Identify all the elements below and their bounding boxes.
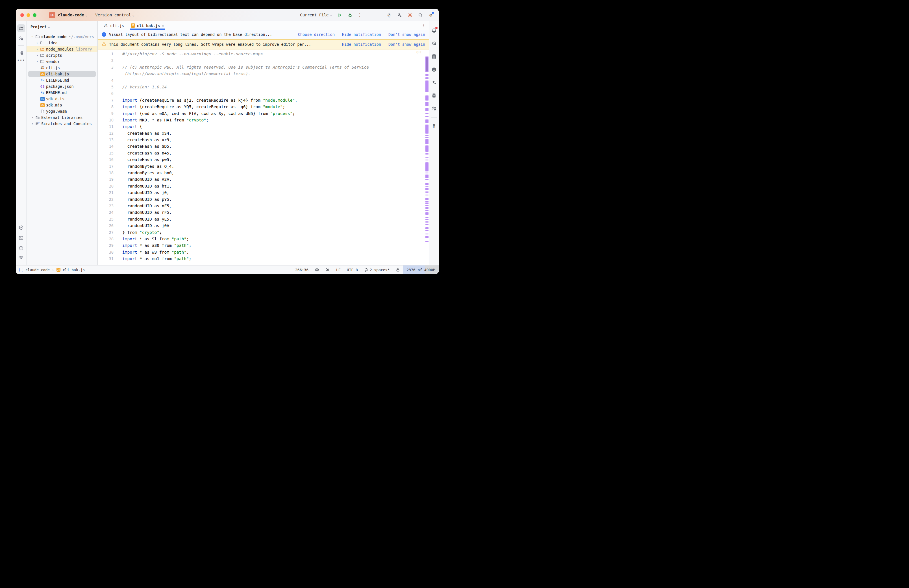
code-line[interactable]: 10import MK9, * as HA1 from "crypto"; (98, 117, 429, 123)
code-line[interactable]: 14 createHash as $D5, (98, 143, 429, 150)
code-line[interactable]: 24 randomUUID as rF5, (98, 209, 429, 216)
code-line[interactable]: 3// (c) Anthropic PBC. All rights reserv… (98, 64, 429, 71)
line-number[interactable]: 9 (98, 110, 118, 117)
line-number[interactable]: 20 (98, 183, 118, 189)
code-line[interactable]: 4 (98, 78, 429, 84)
line-number[interactable]: 17 (98, 163, 118, 170)
code-line[interactable]: 18 randomBytes as bn0, (98, 170, 429, 176)
tree-chevron-icon[interactable]: › (35, 47, 40, 51)
caret-position[interactable]: 266:36 (292, 265, 312, 274)
code-line[interactable]: 23 randomUUID as nF5, (98, 203, 429, 209)
tree-item-sdk-d-ts[interactable]: TSsdk.d.ts (27, 96, 97, 102)
run-button[interactable] (337, 12, 342, 18)
line-number[interactable]: 2 (98, 57, 118, 64)
structure-tool-button[interactable] (17, 49, 25, 57)
code-line[interactable]: 27} from "crypto"; (98, 229, 429, 236)
code-line[interactable]: 12 createHash as xS4, (98, 130, 429, 137)
services-tool-button[interactable] (17, 224, 25, 232)
more-tool-windows-button[interactable]: ••• (17, 58, 25, 62)
tab-cli-bak-js[interactable]: JS cli-bak.js × (128, 21, 168, 30)
line-number[interactable]: 11 (98, 123, 118, 130)
tree-item-claude-code[interactable]: ›claude-code~/.nvm/vers (27, 34, 97, 40)
tree-item-node-modules[interactable]: ›node_moduleslibrary (27, 46, 97, 52)
memory-indicator[interactable]: 2376 of 4900M (403, 265, 439, 274)
tree-chevron-icon[interactable]: › (30, 122, 35, 126)
line-number[interactable]: 12 (98, 130, 118, 137)
line-number[interactable]: 14 (98, 143, 118, 150)
line-number[interactable]: 8 (98, 103, 118, 110)
tree-item-license-md[interactable]: M↓LICENSE.md (27, 77, 97, 83)
soft-wrap-indicator[interactable]: OFF (417, 50, 422, 54)
close-window-button[interactable] (20, 13, 24, 17)
line-number[interactable]: 28 (98, 236, 118, 242)
line-number[interactable]: 16 (98, 157, 118, 163)
line-number[interactable]: 1 (98, 51, 118, 57)
line-number[interactable]: 15 (98, 150, 118, 157)
breadcrumb-project[interactable]: claude-code (26, 268, 50, 272)
breadcrumb-file[interactable]: cli-bak.js (63, 268, 85, 272)
code-line[interactable]: 17 randomBytes as O_4, (98, 163, 429, 170)
line-number[interactable]: 29 (98, 242, 118, 249)
claude-logo-icon[interactable] (407, 12, 413, 18)
tree-item-yoga-wasm[interactable]: yoga.wasm (27, 108, 97, 115)
code-line[interactable]: 11import { (98, 123, 429, 130)
code-line[interactable]: 31import * as mo1 from "path"; (98, 255, 429, 262)
tab-overflow-icon[interactable]: ⋮ (422, 23, 426, 27)
mentions-icon[interactable]: @ (386, 12, 392, 18)
tree-chevron-icon[interactable]: › (35, 53, 40, 57)
tree-item-readme-md[interactable]: M↓README.md (27, 89, 97, 96)
code-line[interactable]: 26 randomUUID as j0A (98, 223, 429, 229)
line-number[interactable] (98, 71, 118, 77)
line-number[interactable]: 30 (98, 249, 118, 255)
line-number[interactable]: 18 (98, 170, 118, 176)
notifications-bell-icon[interactable] (431, 27, 438, 34)
code-line[interactable]: 9import {cwd as e0A, cwd as FfA, cwd as … (98, 110, 429, 117)
highlighting-level-icon[interactable] (322, 265, 333, 274)
scrollbar-thumb[interactable] (426, 57, 428, 71)
code-line[interactable]: 13 createHash as xr9, (98, 137, 429, 143)
code-line[interactable]: 30import * as w3 from "path"; (98, 249, 429, 255)
search-icon[interactable] (418, 12, 423, 18)
hide-notification-link[interactable]: Hide notification (342, 32, 381, 37)
version-control-menu[interactable]: Version control (95, 13, 131, 17)
line-number[interactable]: 21 (98, 189, 118, 196)
project-menu[interactable]: claude-code (58, 13, 84, 17)
database-icon[interactable] (431, 53, 438, 60)
code-line[interactable]: (https://www.anthropic.com/legal/commerc… (98, 71, 429, 77)
dont-show-again-link[interactable]: Don't show again (388, 32, 425, 37)
code-line[interactable]: 29import * as a30 from "path"; (98, 242, 429, 249)
robot-plugin-icon[interactable] (431, 92, 438, 99)
line-number[interactable]: 4 (98, 78, 118, 84)
code-line[interactable]: 7import {createRequire as sj2, createReq… (98, 97, 429, 103)
code-line[interactable]: 20 randomUUID as ht1, (98, 183, 429, 189)
terminal-tool-button[interactable] (17, 234, 25, 242)
tree-chevron-icon[interactable]: › (31, 34, 34, 39)
run-configuration-selector[interactable]: Current File (300, 13, 329, 17)
more-actions-icon[interactable]: ⋮ (358, 13, 362, 18)
tree-item-external-libraries[interactable]: ›External Libraries (27, 115, 97, 121)
editor-scrollbar[interactable] (425, 49, 429, 265)
line-number[interactable]: 19 (98, 176, 118, 183)
tree-chevron-icon[interactable]: › (35, 41, 40, 45)
tree-item-cli-js[interactable]: 100JScli.js (27, 65, 97, 71)
tab-cli-js[interactable]: 100JS cli.js (100, 21, 128, 30)
line-number[interactable]: 7 (98, 97, 118, 103)
line-separator-widget[interactable]: LF (333, 265, 344, 274)
code-with-me-icon[interactable] (431, 105, 438, 112)
code-line[interactable]: 2 (98, 57, 429, 64)
pull-requests-tool-button[interactable]: ? (17, 34, 25, 42)
line-number[interactable]: 13 (98, 137, 118, 143)
line-number[interactable]: 26 (98, 223, 118, 229)
tree-item-sdk-mjs[interactable]: JSsdk.mjs (27, 102, 97, 108)
tree-chevron-icon[interactable]: › (30, 116, 35, 120)
code-line[interactable]: 21 randomUUID as j0, (98, 189, 429, 196)
line-number[interactable]: 23 (98, 203, 118, 209)
line-number[interactable]: 27 (98, 229, 118, 236)
dependencies-plugin-icon[interactable] (431, 79, 438, 86)
line-number[interactable]: 31 (98, 255, 118, 262)
tree-item-cli-bak-js[interactable]: JScli-bak.js (27, 71, 97, 77)
encoding-widget[interactable]: UTF-8 (344, 265, 361, 274)
problems-tool-button[interactable] (17, 244, 25, 252)
code-line[interactable]: 22 randomUUID as pY5, (98, 196, 429, 203)
code-line[interactable]: 15 createHash as n45, (98, 150, 429, 157)
